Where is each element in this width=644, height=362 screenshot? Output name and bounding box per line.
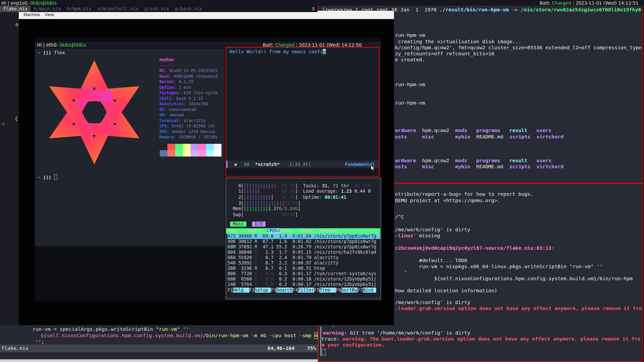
- buffer-modified-icon: ●: [234, 161, 237, 168]
- vim-window-left-strip[interactable]: [0, 12, 19, 362]
- palette-swatch: [160, 150, 167, 157]
- palette-swatch: [191, 150, 198, 157]
- palette-swatch: [191, 144, 198, 150]
- tab-p/ssh.nix[interactable]: p/ssh.nix: [142, 6, 172, 12]
- nixos-logo: [37, 57, 151, 168]
- terminal-cursor: [322, 349, 326, 355]
- vm-terminal-window[interactable]: [35, 49, 225, 246]
- vim-status-position: 84,96-104: [267, 345, 295, 352]
- mouse-cursor: [370, 165, 376, 172]
- palette-swatch: [167, 144, 175, 150]
- palette-swatch: [206, 144, 214, 150]
- tab-h/hpm.nix[interactable]: h/hpm.nix: [64, 6, 94, 12]
- palette-swatch: [214, 150, 221, 157]
- terminal-pane-border: [320, 326, 321, 356]
- tab-flake.nix[interactable]: flake.nix: [0, 6, 31, 12]
- editor-tab-bar: flake.nixh/main.nixh/hpm.nixu/m/default.…: [0, 6, 317, 12]
- close-icon[interactable]: X: [309, 6, 317, 12]
- htop-window[interactable]: [226, 178, 381, 299]
- palette-swatch: [183, 144, 191, 150]
- palette-swatch: [160, 144, 167, 150]
- tab-h/main.nix[interactable]: h/main.nix: [31, 6, 64, 12]
- tab-u/m/default.nix[interactable]: u/m/default.nix: [95, 6, 142, 12]
- terminal-color-palette: [160, 144, 221, 157]
- emacs-window[interactable]: ● 34 *scratch* 1:33 All Fundamental: [226, 47, 380, 177]
- palette-swatch: [175, 150, 183, 157]
- palette-swatch: [183, 150, 191, 157]
- window-edge-bar: [0, 359, 318, 362]
- palette-swatch: [198, 150, 206, 157]
- emacs-minibuffer: [226, 168, 379, 176]
- modeline-buffer-name: *scratch*: [255, 161, 280, 168]
- modeline-number: 34: [244, 161, 249, 168]
- vim-status-bar: flake.nix 84,96-104 75%: [0, 345, 318, 352]
- vim-status-percent: 75%: [307, 345, 316, 352]
- palette-swatch: [198, 144, 206, 150]
- palette-swatch: [167, 150, 175, 157]
- desktop: flake.nixh/main.nixh/hpm.nixu/m/default.…: [0, 0, 644, 362]
- status-bar-top: [0, 0, 644, 6]
- vim-status-filename: flake.nix: [1, 345, 29, 352]
- modeline-accent-bar: [226, 161, 228, 168]
- vim-window-bottom[interactable]: [0, 325, 318, 362]
- emacs-modeline: ● 34 *scratch* 1:33 All Fundamental: [226, 161, 379, 168]
- tab-p/bash.nix[interactable]: p/bash.nix: [172, 6, 205, 12]
- palette-swatch: [214, 144, 221, 150]
- modeline-position: 1:33 All: [289, 161, 311, 168]
- palette-swatch: [206, 150, 214, 157]
- palette-swatch: [175, 144, 183, 150]
